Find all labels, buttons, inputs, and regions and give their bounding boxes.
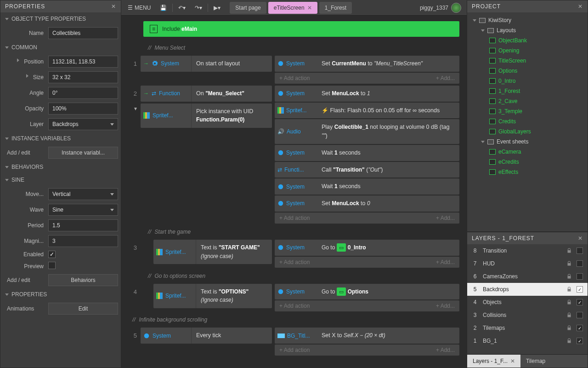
action[interactable]: SystemSet MenuLock to 0 — [275, 196, 459, 212]
tree-node[interactable]: ObjectBank — [470, 35, 585, 46]
section-common[interactable]: COMMON — [0, 41, 121, 54]
action[interactable]: BG_Titl...Set X to Self.X − (20 × dt) — [275, 328, 459, 344]
svg-point-4 — [278, 201, 283, 206]
condition[interactable]: Spritef...Text is "OPTIONS" (Ignore case… — [153, 284, 272, 309]
condition[interactable]: Spritef...Text is "START GAME" (Ignore c… — [153, 240, 272, 264]
movement-select[interactable]: Vertical — [48, 188, 118, 200]
save-icon[interactable]: 💾 — [156, 2, 170, 14]
play-icon[interactable]: ▶▾ — [210, 2, 224, 14]
layer-row[interactable]: 5Backdrops✓ — [467, 283, 588, 296]
condition[interactable]: →System On start of layout — [141, 56, 272, 72]
tab-layers[interactable]: Layers - 1_F...✕ — [467, 355, 520, 368]
action[interactable]: 🔊AudioPlay Collectible_1 not looping at … — [275, 119, 459, 144]
close-icon[interactable]: ✕ — [111, 3, 116, 10]
instance-vars-button[interactable]: Instance variabl... — [48, 147, 118, 159]
condition[interactable]: →⇄FunctionOn "Menu_Select" — [141, 86, 272, 102]
section-behaviors[interactable]: BEHAVIORS — [0, 161, 121, 173]
svg-point-5 — [278, 245, 283, 250]
avatar[interactable] — [451, 3, 461, 13]
include-bar[interactable]: ≡Include eMain — [143, 21, 459, 37]
tab[interactable]: 1_Forest — [319, 2, 352, 14]
magnitude-input[interactable]: 3 — [48, 235, 118, 247]
svg-point-2 — [278, 150, 283, 155]
tree-node[interactable]: KiwiStory — [470, 15, 585, 25]
tree-node[interactable]: eEffects — [470, 167, 585, 177]
action[interactable]: SystemGo to ▭Options — [275, 284, 459, 300]
action[interactable]: SystemWait 1 seconds — [275, 145, 459, 161]
event-sheet: ≡Include eMain // Menu Select 1 →System … — [121, 16, 467, 368]
tree-node[interactable]: GlobalLayers — [470, 126, 585, 137]
action[interactable]: SystemSet MenuLock to 1 — [275, 86, 459, 102]
tree-node[interactable]: Layouts — [470, 25, 585, 35]
svg-point-0 — [278, 61, 283, 66]
close-icon[interactable]: ✕ — [578, 235, 583, 242]
layer-row[interactable]: 3Collisions — [467, 309, 588, 322]
tree-node[interactable]: Opening — [470, 46, 585, 56]
condition[interactable]: Spritef...Pick instance with UID Functio… — [141, 104, 272, 128]
name-input[interactable]: Collectibles — [48, 27, 118, 39]
position-input[interactable]: 1132.181, 118.53 — [48, 56, 118, 68]
edit-animations-button[interactable]: Edit — [48, 303, 118, 315]
section-sine[interactable]: SINE — [0, 173, 121, 186]
tab-tilemap[interactable]: Tilemap — [520, 355, 551, 368]
svg-point-7 — [144, 333, 149, 338]
enabled-checkbox[interactable]: ✓ — [48, 251, 56, 258]
condition[interactable]: SystemEvery tick — [141, 328, 272, 344]
action[interactable]: SystemGo to ▭0_Intro — [275, 240, 459, 256]
toolbar: ☰ MENU 💾 ↶▾ ↷▾ ▶▾ Start pageeTitleScreen… — [121, 0, 467, 16]
add-action[interactable]: + Add action — [279, 75, 310, 81]
layer-row[interactable]: 6CameraZones — [467, 270, 588, 283]
tab[interactable]: eTitleScreen ✕ — [268, 2, 317, 14]
angle-input[interactable]: 0° — [48, 87, 118, 99]
svg-point-3 — [278, 184, 283, 189]
tree-node[interactable]: TitleScreen — [470, 56, 585, 66]
tab[interactable]: Start page — [230, 2, 266, 14]
behaviors-button[interactable]: Behaviors — [48, 274, 118, 286]
tree-node[interactable]: 3_Temple — [470, 106, 585, 116]
section-object-type[interactable]: OBJECT TYPE PROPERTIES — [0, 12, 121, 25]
section-instance-vars[interactable]: INSTANCE VARIABLES — [0, 132, 121, 145]
layer-row[interactable]: 2Tilemaps✓ — [467, 322, 588, 334]
svg-point-6 — [278, 289, 283, 294]
comment[interactable]: // Menu Select — [125, 41, 459, 54]
layer-row[interactable]: 8Transition — [467, 244, 588, 257]
tree-node[interactable]: Credits — [470, 116, 585, 126]
project-header: PROJECT✕ — [467, 0, 588, 12]
properties-header: PROPERTIES✕ — [0, 0, 121, 12]
tree-node[interactable]: Event sheets — [470, 137, 585, 147]
tree-node[interactable]: 1_Forest — [470, 86, 585, 96]
layers-header: LAYERS - 1_FOREST✕ — [467, 232, 588, 244]
close-icon[interactable]: ✕ — [578, 3, 583, 10]
section-properties[interactable]: PROPERTIES — [0, 288, 121, 301]
tree-node[interactable]: eCredits — [470, 157, 585, 167]
gear-icon — [152, 60, 158, 67]
action[interactable]: SystemWait 1 seconds — [275, 178, 459, 195]
spritefont-icon — [143, 112, 150, 119]
action[interactable]: SystemSet CurrentMenu to "Menu_TitleScre… — [275, 56, 459, 72]
action[interactable]: ⇄Functi...Call "Transition" ("Out") — [275, 162, 459, 178]
layer-row[interactable]: 7HUD — [467, 257, 588, 270]
tree-node[interactable]: eCamera — [470, 147, 585, 157]
layer-select[interactable]: Backdrops — [48, 118, 118, 130]
wave-select[interactable]: Sine — [48, 204, 118, 216]
action[interactable]: Spritef...⚡ Flash: Flash 0.05 on 0.05 of… — [275, 103, 459, 119]
tree-node[interactable]: Options — [470, 66, 585, 76]
add-more[interactable]: + Add... — [436, 75, 455, 81]
layer-row[interactable]: 4Objects✓ — [467, 296, 588, 309]
undo-icon[interactable]: ↶▾ — [175, 2, 189, 14]
redo-icon[interactable]: ↷▾ — [191, 2, 206, 14]
size-input[interactable]: 32 x 32 — [48, 71, 118, 83]
layer-row[interactable]: 1BG_1✓ — [467, 334, 588, 347]
menu-button[interactable]: ☰ MENU — [124, 2, 154, 14]
period-input[interactable]: 1.5 — [48, 219, 118, 231]
opacity-input[interactable]: 100% — [48, 103, 118, 115]
tree-node[interactable]: 2_Cave — [470, 96, 585, 106]
tree-node[interactable]: 0_Intro — [470, 76, 585, 86]
username: piggy_1337 — [420, 5, 448, 11]
svg-point-1 — [278, 91, 283, 96]
preview-checkbox[interactable] — [48, 262, 56, 269]
